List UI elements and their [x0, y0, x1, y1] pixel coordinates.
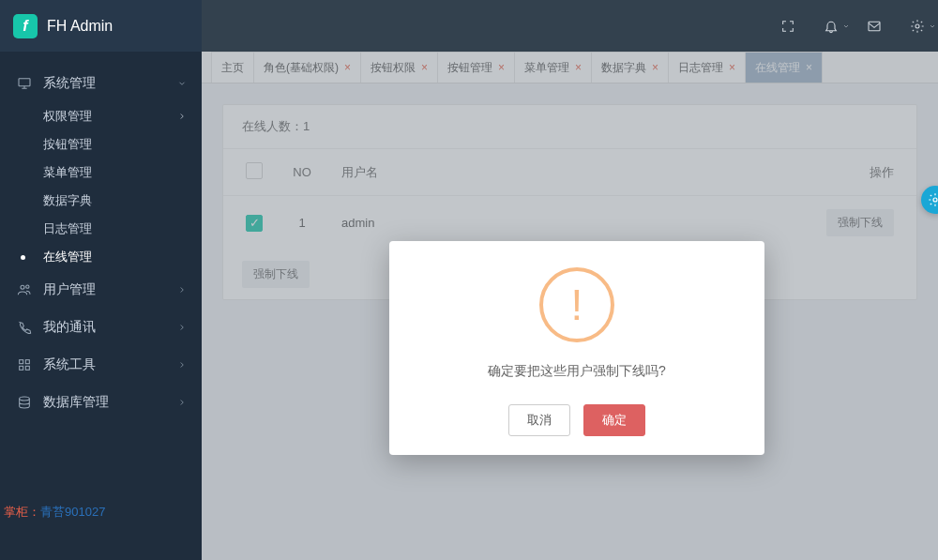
- sidebar-subitem-label: 权限管理: [43, 108, 92, 125]
- sidebar-toggle-button[interactable]: [169, 0, 202, 52]
- sidebar-subitem-label: 数据字典: [43, 192, 92, 209]
- fullscreen-icon: [780, 19, 795, 34]
- chevron-down-icon: [842, 23, 850, 30]
- svg-point-9: [915, 24, 919, 28]
- sidebar: f FH Admin 系统管理 权限管理 按钮管理 菜单管理 数据字典 日志管理…: [0, 0, 202, 560]
- chevron-right-icon: [177, 323, 187, 332]
- gear-icon: [928, 192, 938, 207]
- sidebar-item-label: 数据库管理: [43, 394, 109, 411]
- sidebar-footer: 掌柜：青苔901027: [0, 504, 109, 521]
- footer-label: 掌柜：: [4, 505, 40, 519]
- menu-icon: [178, 19, 193, 34]
- modal-message: 确定要把这些用户强制下线吗?: [408, 363, 746, 380]
- confirm-modal: ! 确定要把这些用户强制下线吗? 取消 确定: [389, 241, 764, 455]
- sidebar-subitem-menu[interactable]: 菜单管理: [28, 159, 202, 187]
- sidebar-item-system[interactable]: 系统管理: [0, 65, 202, 102]
- sidebar-subitem-online[interactable]: 在线管理: [28, 243, 202, 271]
- chevron-down-icon: [929, 23, 936, 30]
- chevron-right-icon: [177, 285, 187, 295]
- svg-point-2: [26, 285, 29, 288]
- mail-button[interactable]: [865, 17, 884, 36]
- ok-button[interactable]: 确定: [583, 404, 645, 436]
- sidebar-submenu-system: 权限管理 按钮管理 菜单管理 数据字典 日志管理 在线管理: [0, 102, 202, 271]
- sidebar-item-tools[interactable]: 系统工具: [0, 346, 202, 384]
- svg-rect-4: [25, 360, 29, 364]
- sidebar-item-label: 系统工具: [43, 356, 96, 373]
- chevron-right-icon: [177, 112, 187, 121]
- svg-rect-0: [19, 79, 30, 86]
- brand-logo: f: [13, 14, 38, 38]
- svg-rect-8: [869, 22, 880, 30]
- sidebar-subitem-label: 日志管理: [43, 220, 92, 237]
- svg-rect-6: [25, 366, 29, 370]
- users-icon: [15, 282, 34, 297]
- sidebar-subitem-permission[interactable]: 权限管理: [28, 102, 202, 130]
- svg-point-10: [933, 198, 937, 202]
- modal-actions: 取消 确定: [408, 404, 746, 436]
- sidebar-item-contacts[interactable]: 我的通讯: [0, 309, 202, 346]
- brand-title: FH Admin: [47, 18, 113, 35]
- sidebar-item-users[interactable]: 用户管理: [0, 271, 202, 309]
- header: [202, 0, 938, 52]
- fullscreen-button[interactable]: [779, 17, 797, 36]
- sidebar-item-database[interactable]: 数据库管理: [0, 384, 202, 421]
- svg-rect-3: [20, 360, 23, 364]
- sidebar-subitem-log[interactable]: 日志管理: [28, 215, 202, 243]
- chevron-right-icon: [177, 398, 187, 407]
- gear-icon: [910, 19, 925, 34]
- sidebar-subitem-label: 菜单管理: [43, 164, 92, 181]
- sidebar-subitem-dict[interactable]: 数据字典: [28, 187, 202, 215]
- settings-button[interactable]: [908, 17, 927, 36]
- grid-icon: [15, 357, 34, 372]
- sidebar-menu: 系统管理 权限管理 按钮管理 菜单管理 数据字典 日志管理 在线管理 用户管理 …: [0, 52, 202, 560]
- bell-icon: [824, 19, 839, 34]
- sidebar-item-label: 用户管理: [43, 281, 96, 298]
- sidebar-item-label: 系统管理: [43, 75, 96, 92]
- phone-icon: [15, 320, 34, 335]
- monitor-icon: [15, 76, 34, 91]
- sidebar-item-label: 我的通讯: [43, 319, 96, 336]
- cancel-button[interactable]: 取消: [508, 404, 570, 436]
- sidebar-subitem-label: 在线管理: [43, 249, 92, 265]
- notifications-button[interactable]: [822, 17, 840, 36]
- chevron-right-icon: [177, 360, 187, 370]
- database-icon: [15, 395, 34, 410]
- footer-value: 青苔901027: [40, 505, 105, 519]
- svg-point-1: [21, 285, 24, 289]
- sidebar-subitem-button[interactable]: 按钮管理: [28, 130, 202, 159]
- svg-point-7: [20, 397, 30, 401]
- warning-icon: !: [539, 267, 614, 342]
- svg-rect-5: [20, 366, 23, 370]
- sidebar-subitem-label: 按钮管理: [43, 136, 92, 153]
- mail-icon: [867, 19, 882, 34]
- chevron-down-icon: [177, 79, 187, 88]
